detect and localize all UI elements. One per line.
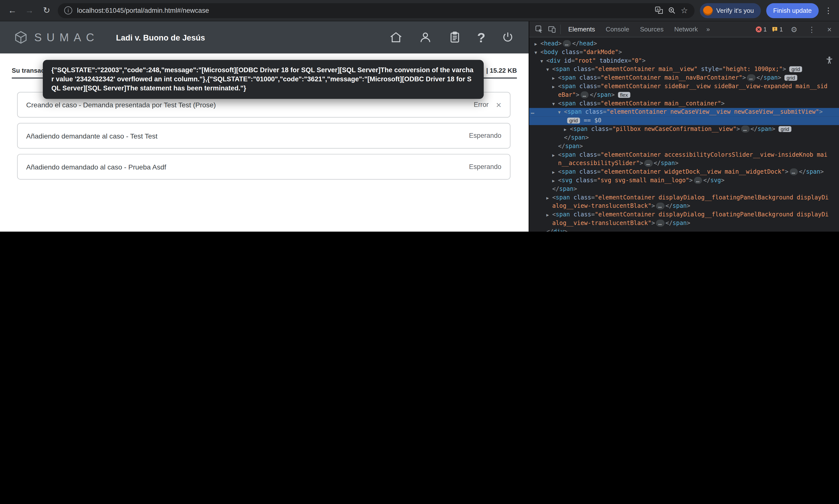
code-token: </ — [590, 91, 597, 98]
tab-console[interactable]: Console — [600, 21, 635, 37]
code-token: ▶ — [535, 40, 541, 49]
tab-sources[interactable]: Sources — [635, 21, 669, 37]
expand-ellipsis-icon[interactable]: … — [790, 168, 798, 175]
expand-ellipsis-icon[interactable]: … — [644, 160, 653, 167]
tree-line[interactable]: n__accessibilitySlider">…</span> — [529, 159, 839, 168]
task-row: Añadiendo demandado al caso - Prueba Asd… — [17, 154, 511, 180]
home-icon[interactable] — [389, 31, 403, 44]
error-badge[interactable]: 1 — [755, 26, 767, 32]
code-token: > — [820, 168, 824, 175]
tree-line[interactable]: ▶<span class="elementContainer main__nav… — [529, 74, 839, 82]
layout-badge[interactable]: grid — [784, 75, 797, 81]
code-token: > — [618, 49, 622, 55]
code-token: ▶ — [552, 74, 558, 83]
layout-badge[interactable]: grid — [789, 66, 802, 72]
device-toolbar-icon[interactable] — [545, 25, 558, 33]
code-token: </ — [572, 40, 579, 47]
tree-line[interactable]: ▼<body class="darkMode"> — [529, 48, 839, 57]
code-token: tabindex — [596, 57, 628, 64]
finish-update-button[interactable]: Finish update — [766, 3, 819, 18]
issue-badge[interactable]: 1 — [772, 26, 783, 32]
tree-line[interactable]: ▼<span class="elementContainer main__vie… — [529, 65, 839, 74]
expand-ellipsis-icon[interactable]: … — [656, 220, 664, 227]
code-token: class — [576, 100, 597, 107]
error-icon — [755, 26, 762, 32]
expand-ellipsis-icon[interactable]: … — [694, 177, 702, 184]
code-token: > — [611, 91, 615, 98]
task-label: Añadiendo demandado al caso - Prueba Asd… — [26, 163, 469, 171]
code-token: = — [594, 177, 597, 184]
tab-network[interactable]: Network — [669, 21, 703, 37]
help-icon[interactable]: ? — [477, 31, 485, 44]
code-token: class — [572, 177, 593, 184]
tree-line[interactable]: ▼<span class="elementContainer main__con… — [529, 100, 839, 108]
tree-line[interactable]: </span> — [529, 133, 839, 142]
code-token: > — [593, 40, 597, 47]
clipboard-icon[interactable] — [448, 31, 462, 44]
zoom-icon[interactable] — [668, 6, 676, 15]
translate-icon[interactable]: A — [655, 6, 663, 15]
expand-ellipsis-icon[interactable]: … — [741, 126, 750, 132]
site-info-icon[interactable]: i — [64, 6, 72, 15]
code-token: div — [550, 57, 560, 64]
tree-line[interactable]: eBar">…</span>flex — [529, 91, 839, 100]
accessibility-person-icon[interactable] — [825, 55, 834, 66]
expand-ellipsis-icon[interactable]: … — [563, 40, 571, 47]
expand-ellipsis-icon[interactable]: … — [656, 203, 664, 210]
tree-line[interactable]: </span> — [529, 185, 839, 194]
tree-line[interactable]: alog__view-translucentBlack">…</span> — [529, 202, 839, 211]
bookmark-star-icon[interactable]: ☆ — [681, 6, 688, 15]
code-token: </ — [654, 160, 661, 167]
expand-ellipsis-icon[interactable]: … — [580, 91, 589, 98]
tree-line[interactable]: alog__view-translucentBlack">…</span> — [529, 219, 839, 228]
tab-elements[interactable]: Elements — [563, 21, 600, 37]
tree-line[interactable]: ▶<span class="elementContainer sideBar__… — [529, 82, 839, 91]
code-token: "pillbox newCaseConfirmation__view" — [612, 126, 736, 132]
code-token: style — [698, 66, 719, 73]
task-label: Creando el caso - Demanda presentada por… — [26, 101, 474, 109]
tree-line[interactable]: ▶<span class="elementContainer widgetDoc… — [529, 168, 839, 176]
close-task-icon[interactable]: × — [496, 100, 501, 109]
code-token: = — [597, 151, 600, 158]
tree-line[interactable]: </div> — [529, 228, 839, 232]
code-token: </ — [558, 143, 565, 149]
user-icon[interactable] — [418, 31, 432, 44]
task-status: Error — [474, 101, 489, 108]
tree-line[interactable]: ▶<span class="elementContainer displayDi… — [529, 194, 839, 202]
code-token: span — [562, 74, 576, 81]
tree-line[interactable]: …▼<span class="elementContainer newCaseV… — [529, 108, 839, 117]
code-token: < — [564, 109, 567, 115]
layout-badge[interactable]: grid — [778, 126, 791, 132]
tree-line[interactable]: ▶<svg class="svg svg-small main__logo">…… — [529, 176, 839, 185]
address-bar[interactable]: i localhost:61045/portal/admin.html#/new… — [58, 3, 695, 18]
power-icon[interactable] — [501, 31, 515, 44]
tree-line[interactable]: grid== $0 — [529, 116, 839, 125]
forward-icon[interactable]: → — [23, 6, 35, 15]
tree-line[interactable]: ▶<span class="pillbox newCaseConfirmatio… — [529, 125, 839, 133]
layout-badge[interactable]: grid — [567, 118, 580, 124]
devtools-close-icon[interactable]: × — [823, 25, 836, 33]
expand-ellipsis-icon[interactable]: … — [747, 74, 755, 81]
tree-line[interactable]: ▶<span class="elementContainer accessibi… — [529, 151, 839, 159]
more-panels-icon[interactable]: » — [703, 25, 713, 33]
browser-menu-icon[interactable]: ⋮ — [824, 6, 833, 15]
code-token: < — [558, 83, 562, 90]
layout-badge[interactable]: flex — [618, 92, 630, 98]
tree-line[interactable]: </span> — [529, 142, 839, 151]
devtools-menu-icon[interactable]: ⋮ — [805, 25, 818, 33]
code-token: < — [552, 211, 556, 218]
inspect-icon[interactable] — [532, 25, 545, 33]
settings-gear-icon[interactable]: ⚙ — [788, 25, 800, 33]
tree-line[interactable]: ▶<head>…</head> — [529, 39, 839, 48]
code-token: span — [672, 220, 687, 227]
verify-label: Verify it's you — [716, 7, 754, 14]
tree-line[interactable]: ▶<span class="elementContainer displayDi… — [529, 211, 839, 219]
gutter-ellipsis-icon[interactable]: … — [531, 108, 535, 117]
verify-profile-button[interactable]: Verify it's you — [700, 3, 761, 18]
tree-line[interactable]: ▼<div id="root" tabindex="0"> — [529, 57, 839, 65]
code-token: ▼ — [552, 100, 558, 109]
code-token: </ — [665, 220, 672, 227]
back-icon[interactable]: ← — [6, 6, 18, 15]
refresh-icon[interactable]: ↻ — [40, 5, 52, 16]
url-text[interactable]: localhost:61045/portal/admin.html#/newca… — [77, 7, 650, 14]
